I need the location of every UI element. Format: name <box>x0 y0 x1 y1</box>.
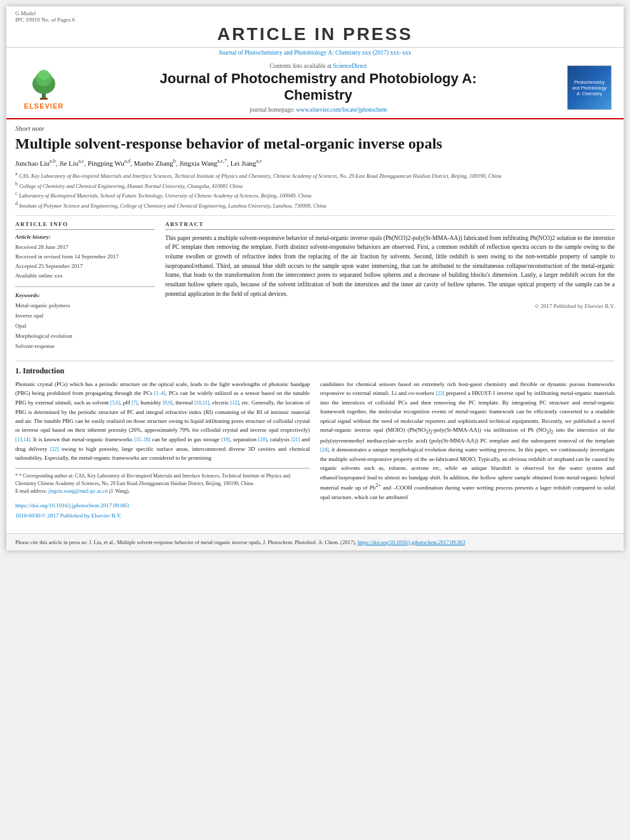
sciencedirect-link[interactable]: ScienceDirect <box>333 63 366 69</box>
received-date: Received 28 June 2017 Received in revise… <box>15 243 155 281</box>
header-banner: G Model IPC 10910 No. of Pages 6 ARTICLE… <box>6 6 624 48</box>
email-link[interactable]: jingxia.wang@mail.ipc.ac.cn <box>48 488 108 494</box>
article-history-label: Article history: <box>15 234 155 240</box>
footnote-email: E-mail address: jingxia.wang@mail.ipc.ac… <box>15 488 310 495</box>
body-section: 1. Introduction Photonic crystal (PCs) w… <box>15 361 615 521</box>
journal-logo-right: Photochemistry and Photobiology A: Chemi… <box>564 63 615 113</box>
issn-line: 1010-6030/© 2017 Published by Elsevier B… <box>15 510 310 521</box>
intro-text-col2: candidates for chemical sensors based on… <box>320 380 615 502</box>
bottom-links: https://doi.org/10.1016/j.jphotochem.201… <box>15 500 310 521</box>
affiliation-c: c Laboratory of Bioinspired Materials, S… <box>15 190 615 200</box>
journal-title-main: Journal of Photochemistry and Photobiolo… <box>79 70 558 104</box>
elsevier-tree-icon <box>25 66 63 101</box>
info-divider <box>15 286 155 287</box>
doi-link: https://doi.org/10.1016/j.jphotochem.201… <box>15 500 310 510</box>
intro-two-col: Photonic crystal (PCs) which has a perio… <box>15 380 615 521</box>
affiliation-a: a CAS, Key Laboratory of Bio-inspired Ma… <box>15 170 615 180</box>
copyright: © 2017 Published by Elsevier B.V. <box>165 303 615 309</box>
intro-col1: Photonic crystal (PCs) which has a perio… <box>15 380 310 521</box>
intro-col2: candidates for chemical sensors based on… <box>320 380 615 521</box>
footnote-corresponding: * * Corresponding author at: CAS, Key La… <box>15 472 310 488</box>
right-cover-image: Photochemistry and Photobiology A: Chemi… <box>567 65 612 110</box>
journal-homepage: journal homepage: www.elsevier.com/locat… <box>79 107 558 113</box>
affiliation-b: b College of Chemistry and Chemical Engi… <box>15 180 615 190</box>
authors-line: Junchao Liua,b, Jie Liua,c, Pingping Wua… <box>15 158 615 167</box>
doi-header-line: Journal of Photochemistry and Photobiolo… <box>6 48 624 58</box>
article-info-col: ARTICLE INFO Article history: Received 2… <box>15 221 155 352</box>
article-info-header: ARTICLE INFO <box>15 221 155 230</box>
svg-rect-4 <box>40 98 48 100</box>
article-title: Multiple solvent-response behavior of me… <box>15 135 615 153</box>
page: G Model IPC 10910 No. of Pages 6 ARTICLE… <box>6 6 624 550</box>
intro-text-col1: Photonic crystal (PCs) which has a perio… <box>15 380 310 463</box>
elsevier-label: ELSEVIER <box>24 102 64 110</box>
abstract-header: ABSTRACT <box>165 221 615 230</box>
keywords-list: Metal-organic polymers Inverse opal Opal… <box>15 300 155 352</box>
article-in-press-title: ARTICLE IN PRESS <box>6 24 624 44</box>
article-type: Short note <box>15 124 615 132</box>
citation-link[interactable]: https://doi.org/10.1016/j.jphotochem.201… <box>358 539 465 545</box>
affiliations: a CAS, Key Laboratory of Bio-inspired Ma… <box>15 170 615 215</box>
affiliation-d: d Institute of Polymer Science and Engin… <box>15 200 615 210</box>
contents-line: Contents lists available at ScienceDirec… <box>79 63 558 69</box>
journal-logo-left: ELSEVIER <box>15 63 72 113</box>
homepage-url[interactable]: www.elsevier.com/locate/jphotochem <box>296 107 387 113</box>
doi-anchor[interactable]: https://doi.org/10.1016/j.jphotochem.201… <box>15 502 129 509</box>
journal-header: ELSEVIER Contents lists available at Sci… <box>6 58 624 119</box>
right-cover-text: Photochemistry and Photobiology A: Chemi… <box>570 79 608 97</box>
info-abstract-section: ARTICLE INFO Article history: Received 2… <box>15 221 615 352</box>
main-content: Short note Multiple solvent-response beh… <box>6 124 624 527</box>
svg-point-3 <box>38 70 50 80</box>
journal-center: Contents lists available at ScienceDirec… <box>79 63 558 113</box>
gmodel-line: G Model IPC 10910 No. of Pages 6 <box>6 10 624 23</box>
intro-title: 1. Introduction <box>15 366 615 376</box>
footnote-text: * * Corresponding author at: CAS, Key La… <box>15 472 310 495</box>
citation-bar: Please cite this article in press as: J.… <box>6 533 624 550</box>
keywords-label: Keywords: <box>15 292 155 298</box>
abstract-text: This paper presents a multiple solvent-r… <box>165 234 615 299</box>
abstract-col: ABSTRACT This paper presents a multiple … <box>165 221 615 352</box>
footnote-section: * * Corresponding author at: CAS, Key La… <box>15 468 310 495</box>
